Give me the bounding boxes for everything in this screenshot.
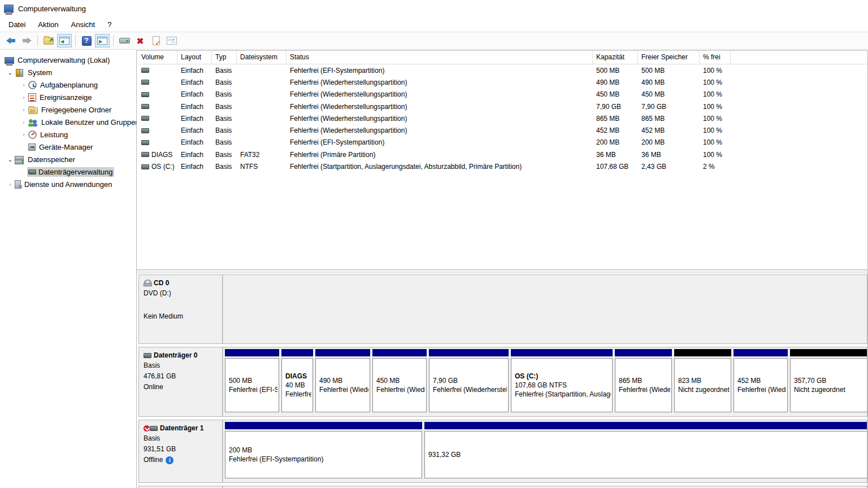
menu-help[interactable]: ?	[101, 18, 118, 31]
column-header-typ[interactable]: Typ	[212, 51, 237, 64]
column-header-filler	[731, 51, 867, 64]
chevron-right-icon[interactable]: ›	[7, 181, 14, 188]
tree-item-datentraegerverwaltung[interactable]: Datenträgerverwaltung	[0, 165, 136, 178]
disk-1-row[interactable]: Datenträger 1 Basis 931,51 GB Offlinei 2…	[138, 420, 867, 483]
forward-button[interactable]	[19, 34, 34, 47]
chevron-right-icon[interactable]: ›	[20, 82, 27, 88]
partition-cell[interactable]: 500 MB Fehlerfrei (EFI-Systempartition)	[225, 349, 279, 412]
partition-cell[interactable]: 865 MB Fehlerfrei (Wiederherstellungspar…	[615, 349, 672, 412]
partition-cell[interactable]: 931,32 GB	[424, 422, 867, 478]
menu-datei[interactable]: Datei	[2, 18, 32, 31]
pane-splitter[interactable]	[137, 269, 867, 273]
volume-table-row[interactable]: Einfach Basis Fehlerfrei (Wiederherstell…	[138, 101, 867, 112]
show-action-pane-button[interactable]	[95, 34, 110, 47]
tree-item-system[interactable]: ⌄ System	[0, 66, 136, 79]
show-action-pane-icon	[97, 37, 107, 45]
properties-button[interactable]	[149, 34, 163, 47]
partition-status: Fehlerfrei (Wiederherstellungspartition)	[376, 385, 425, 394]
volume-table-row[interactable]: OS (C:) Einfach Basis NTFS Fehlerfrei (S…	[138, 160, 867, 172]
chevron-right-icon[interactable]: ›	[20, 94, 27, 101]
partition-cell[interactable]: 200 MB Fehlerfrei (EFI-Systempartition)	[225, 422, 422, 478]
show-console-tree-button[interactable]	[57, 34, 72, 47]
cd-media-status: Kein Medium	[144, 312, 220, 321]
chevron-down-icon[interactable]: ⌄	[7, 156, 14, 163]
chevron-right-icon[interactable]: ›	[20, 119, 27, 125]
partition-cell[interactable]: 7,90 GB Fehlerfrei (Wiederherstellungspa…	[429, 349, 509, 412]
tree-item-dienste-anwendungen[interactable]: › Dienste und Anwendungen	[0, 178, 136, 190]
column-header-dateisystem[interactable]: Dateisystem	[237, 51, 287, 64]
volume-layout: Einfach	[177, 151, 212, 159]
back-button[interactable]	[3, 34, 18, 47]
tree-item-freigegebene-ordner[interactable]: › Freigegebene Ordner	[0, 103, 136, 116]
volume-table-row[interactable]: Einfach Basis Fehlerfrei (Wiederherstell…	[138, 124, 867, 136]
delete-button[interactable]: ✖	[133, 34, 147, 47]
help-button[interactable]: ?	[79, 34, 94, 47]
chevron-right-icon[interactable]: ›	[20, 107, 27, 113]
tree-item-datenspeicher[interactable]: ⌄ Datenspeicher	[0, 153, 136, 165]
partition-box: 931,32 GB	[424, 431, 867, 478]
disk-1-label[interactable]: Datenträger 1 Basis 931,51 GB Offlinei	[138, 420, 223, 483]
column-header-status[interactable]: Status	[287, 51, 593, 64]
volume-table-row[interactable]: Einfach Basis Fehlerfrei (Wiederherstell…	[138, 89, 867, 101]
volume-status: Fehlerfrei (Wiederherstellungspartition)	[287, 90, 593, 98]
partition-cell[interactable]: 823 MB Nicht zugeordnet	[674, 349, 731, 412]
volume-table-row[interactable]: Einfach Basis Fehlerfrei (Wiederherstell…	[138, 112, 867, 124]
disk-device-button[interactable]	[117, 34, 132, 47]
partition-size: 200 MB	[229, 446, 420, 455]
partition-cell[interactable]: OS (C:) 107,68 GB NTFS Fehlerfrei (Start…	[511, 349, 613, 412]
volume-freier-speicher: 200 MB	[638, 138, 700, 146]
partition-cell[interactable]: DIAGS 40 MB Fehlerfrei (Primäre Partitio…	[281, 349, 313, 412]
column-header-volume[interactable]: Volume	[138, 51, 177, 64]
checklist-button[interactable]	[164, 34, 179, 47]
partition-status: Fehlerfrei (Startpartition, Auslagerungs…	[515, 390, 611, 399]
partial-row	[138, 486, 867, 488]
tree-item-ereignisanzeige[interactable]: › Ereignisanzeige	[0, 91, 136, 103]
column-header-freier-speicher[interactable]: Freier Speicher	[638, 51, 700, 64]
partition-size: 452 MB	[737, 376, 786, 385]
disk-0-row[interactable]: Datenträger 0 Basis 476,81 GB Online 500…	[138, 347, 867, 417]
tree-item-computerverwaltung[interactable]: Computerverwaltung (Lokal)	[0, 54, 136, 66]
info-icon[interactable]: i	[166, 456, 173, 464]
partition-cell[interactable]: 450 MB Fehlerfrei (Wiederherstellungspar…	[372, 349, 427, 412]
partition-cell[interactable]: 357,70 GB Nicht zugeordnet	[790, 349, 867, 412]
partition-box: 7,90 GB Fehlerfrei (Wiederherstellungspa…	[429, 358, 509, 412]
console-tree: Computerverwaltung (Lokal) ⌄ System › Au…	[0, 50, 137, 488]
show-console-tree-icon	[59, 37, 70, 45]
partition-status-bar	[424, 422, 867, 429]
volume-kapazitaet: 490 MB	[593, 79, 638, 86]
cd-drive-label[interactable]: CD 0 DVD (D:) Kein Medium	[138, 274, 223, 344]
tree-item-aufgabenplanung[interactable]: › Aufgabenplanung	[0, 79, 136, 91]
menu-ansicht[interactable]: Ansicht	[65, 18, 102, 31]
volume-status: Fehlerfrei (Wiederherstellungspartition)	[287, 79, 593, 86]
toolbar: ? ✖	[0, 32, 868, 50]
column-header-pct-frei[interactable]: % frei	[700, 51, 731, 64]
computer-icon	[5, 57, 14, 64]
chevron-down-icon[interactable]: ⌄	[7, 69, 14, 76]
volume-dateisystem: NTFS	[237, 163, 287, 171]
cd-drive-row[interactable]: CD 0 DVD (D:) Kein Medium	[138, 274, 867, 344]
partition-box: 200 MB Fehlerfrei (EFI-Systempartition)	[225, 431, 422, 478]
volume-table-row[interactable]: DIAGS Einfach Basis FAT32 Fehlerfrei (Pr…	[138, 149, 867, 160]
partition-name: DIAGS	[285, 372, 311, 381]
partition-box: 865 MB Fehlerfrei (Wiederherstellungspar…	[615, 358, 672, 412]
graphical-view: CD 0 DVD (D:) Kein Medium Datenträger 0 …	[137, 273, 867, 488]
volume-table-row[interactable]: Einfach Basis Fehlerfrei (EFI-Systempart…	[138, 137, 867, 149]
tree-item-leistung[interactable]: › Leistung	[0, 128, 136, 141]
tree-item-lokale-benutzer[interactable]: › Lokale Benutzer und Gruppen	[0, 116, 136, 128]
menu-aktion[interactable]: Aktion	[32, 18, 64, 31]
volume-name: OS (C:)	[151, 163, 175, 171]
disk-icon	[28, 169, 36, 175]
services-icon	[15, 180, 21, 189]
disk-0-label[interactable]: Datenträger 0 Basis 476,81 GB Online	[138, 347, 223, 417]
volume-table-row[interactable]: Einfach Basis Fehlerfrei (Wiederherstell…	[138, 76, 867, 88]
device-manager-icon	[28, 143, 36, 151]
column-header-layout[interactable]: Layout	[177, 51, 212, 64]
column-header-kapazitaet[interactable]: Kapazität	[593, 51, 638, 64]
volume-table-row[interactable]: Einfach Basis Fehlerfrei (EFI-Systempart…	[138, 64, 867, 76]
partition-cell[interactable]: 452 MB Fehlerfrei (Wiederherstellungspar…	[734, 349, 788, 412]
export-list-button[interactable]	[41, 34, 56, 47]
partition-cell[interactable]: 490 MB Fehlerfrei (Wiederherstellungspar…	[315, 349, 370, 412]
tree-item-geraete-manager[interactable]: Geräte-Manager	[0, 141, 136, 153]
chevron-right-icon[interactable]: ›	[20, 132, 27, 138]
volume-list-rows: Einfach Basis Fehlerfrei (EFI-Systempart…	[138, 64, 867, 269]
